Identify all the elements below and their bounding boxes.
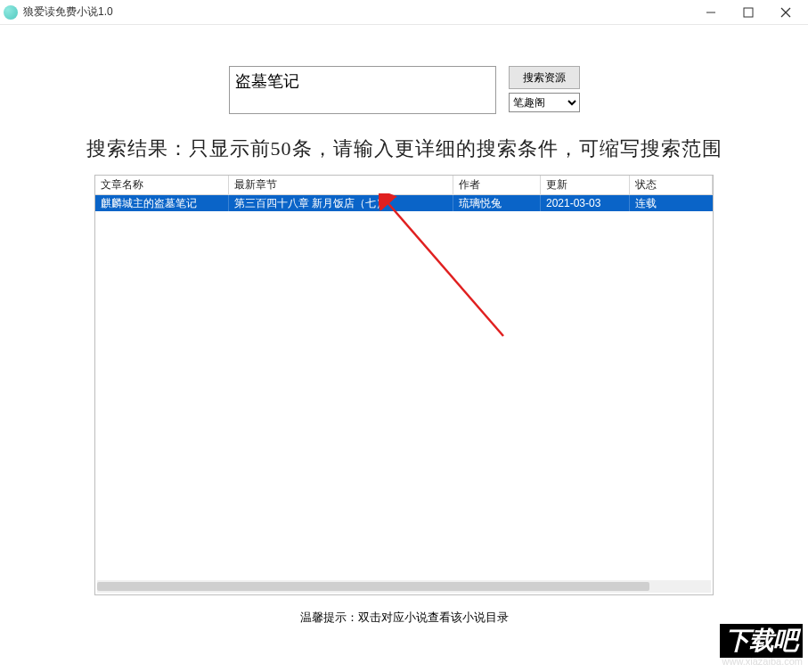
app-icon: [4, 5, 18, 20]
cell-status: 连载: [630, 194, 713, 213]
watermark-url: www.xiazaiba.com: [720, 656, 803, 667]
window-title: 狼爱读免费小说1.0: [23, 4, 692, 20]
maximize-button[interactable]: [730, 1, 767, 24]
scroll-thumb[interactable]: [97, 582, 649, 591]
search-input[interactable]: [229, 66, 496, 114]
svg-rect-1: [744, 8, 753, 17]
col-header-update[interactable]: 更新: [541, 176, 630, 194]
search-area: 搜索资源 笔趣阁: [18, 41, 790, 114]
titlebar: 狼爱读免费小说1.0: [0, 0, 808, 25]
cell-chapter: 第三百四十八章 新月饭店（七）: [229, 194, 453, 213]
col-header-status[interactable]: 状态: [630, 176, 713, 194]
result-hint: 搜索结果：只显示前50条，请输入更详细的搜索条件，可缩写搜索范围: [18, 135, 790, 162]
table-header: 文章名称 最新章节 作者 更新 状态: [95, 176, 713, 195]
watermark: 下载吧 www.xiazaiba.com: [720, 624, 803, 667]
cell-update: 2021-03-03: [541, 195, 630, 211]
table-row[interactable]: 麒麟城主的盗墓笔记 第三百四十八章 新月饭店（七） 琉璃悦兔 2021-03-0…: [95, 195, 713, 211]
content-area: 搜索资源 笔趣阁 搜索结果：只显示前50条，请输入更详细的搜索条件，可缩写搜索范…: [0, 25, 808, 626]
col-header-author[interactable]: 作者: [453, 176, 541, 194]
watermark-text: 下载吧: [720, 624, 803, 658]
source-select[interactable]: 笔趣阁: [509, 93, 580, 112]
minimize-button[interactable]: [692, 1, 730, 24]
horizontal-scrollbar[interactable]: [97, 580, 711, 593]
col-header-chapter[interactable]: 最新章节: [229, 176, 453, 194]
results-table: 文章名称 最新章节 作者 更新 状态 麒麟城主的盗墓笔记 第三百四十八章 新月饭…: [94, 175, 714, 595]
search-button[interactable]: 搜索资源: [509, 66, 580, 89]
close-button[interactable]: [767, 1, 804, 24]
col-header-name[interactable]: 文章名称: [95, 176, 229, 194]
cell-name: 麒麟城主的盗墓笔记: [95, 194, 229, 213]
tip-text: 温馨提示：双击对应小说查看该小说目录: [18, 610, 790, 626]
search-side: 搜索资源 笔趣阁: [509, 66, 580, 112]
cell-author: 琉璃悦兔: [453, 194, 541, 213]
